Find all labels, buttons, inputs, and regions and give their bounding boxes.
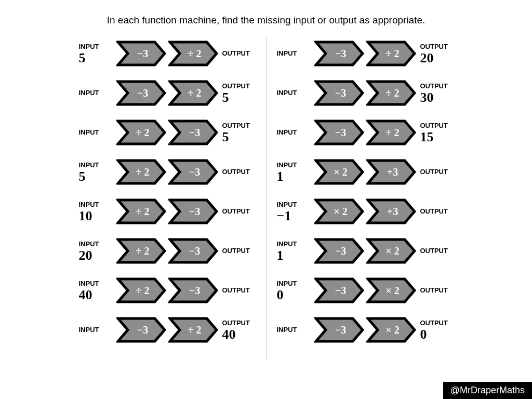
operation-arrow: × 2 (314, 198, 364, 224)
output-value: 0 (420, 328, 427, 341)
function-machine: INPUT0 −3 × 2OUTPUT (277, 274, 454, 307)
output-box: OUTPUT (416, 235, 454, 267)
worksheet-content: INPUT5 −3 ÷ 2OUTPUTINPUT −3 ÷ 2OUTPUT5IN… (0, 32, 532, 360)
output-label: OUTPUT (222, 122, 250, 129)
function-machine: INPUT −3 ÷ 2OUTPUT40 (79, 314, 256, 346)
operation-text: −3 (168, 238, 218, 264)
input-box: INPUT (277, 116, 314, 149)
input-label: INPUT (277, 161, 297, 169)
operation-arrow: ÷ 2 (116, 198, 166, 224)
operation-arrow: −3 (116, 317, 166, 343)
input-box: INPUT40 (79, 274, 116, 307)
output-value: 5 (222, 91, 229, 104)
output-box: OUTPUT0 (416, 314, 454, 346)
input-box: INPUT−1 (277, 195, 314, 228)
operation-arrow: −3 (314, 80, 364, 106)
function-machine: INPUT ÷ 2 −3OUTPUT5 (79, 116, 256, 149)
input-box: INPUT1 (277, 156, 314, 188)
left-column: INPUT5 −3 ÷ 2OUTPUTINPUT −3 ÷ 2OUTPUT5IN… (69, 32, 266, 360)
operation-text: −3 (168, 277, 218, 303)
output-label: OUTPUT (420, 168, 448, 176)
operation-arrow: ÷ 2 (116, 238, 166, 264)
operation-arrow: −3 (168, 277, 218, 303)
operation-text: ÷ 2 (116, 238, 166, 264)
operation-arrow: ÷ 2 (168, 80, 218, 106)
input-value: −1 (277, 209, 291, 223)
operation-text: ÷ 2 (366, 41, 416, 66)
operation-text: ÷ 2 (366, 80, 416, 106)
input-label: INPUT (79, 161, 99, 169)
operation-arrow: × 2 (366, 317, 416, 343)
function-machine: INPUT10 ÷ 2 −3OUTPUT (79, 195, 256, 228)
operation-text: × 2 (366, 277, 416, 303)
input-box: INPUT (79, 314, 116, 346)
operation-arrow: −3 (168, 159, 218, 185)
input-label: INPUT (79, 280, 99, 287)
function-machine: INPUT5 ÷ 2 −3OUTPUT (79, 156, 256, 188)
operation-text: −3 (116, 41, 166, 66)
input-label: INPUT (277, 280, 297, 287)
function-machine: INPUT5 −3 ÷ 2OUTPUT (79, 37, 256, 70)
input-label: INPUT (277, 128, 297, 136)
output-box: OUTPUT (218, 274, 256, 307)
input-box: INPUT20 (79, 235, 116, 267)
operation-text: −3 (116, 317, 166, 343)
operation-arrow: ÷ 2 (116, 277, 166, 303)
output-label: OUTPUT (222, 207, 250, 215)
operation-arrow: ÷ 2 (366, 80, 416, 106)
operation-text: ÷ 2 (168, 41, 218, 66)
function-machine: INPUT1 × 2 +3OUTPUT (277, 156, 454, 188)
operation-arrow: −3 (168, 238, 218, 264)
operation-text: −3 (116, 80, 166, 106)
operation-text: ÷ 2 (116, 277, 166, 303)
output-box: OUTPUT15 (416, 116, 454, 149)
output-label: OUTPUT (420, 122, 448, 129)
operations: −3 × 2 (314, 317, 416, 343)
operation-arrow: +3 (366, 159, 416, 185)
input-value: 1 (277, 170, 284, 183)
operations: −3 ÷ 2 (314, 80, 416, 106)
input-box: INPUT (277, 77, 314, 109)
operations: ÷ 2 −3 (116, 277, 218, 303)
function-machine: INPUT −3 ÷ 2OUTPUT5 (79, 77, 256, 109)
input-label: INPUT (79, 128, 99, 136)
function-machine: INPUT −3 ÷ 2OUTPUT30 (277, 77, 454, 109)
input-label: INPUT (277, 201, 297, 208)
input-box: INPUT (79, 77, 116, 109)
operation-arrow: −3 (314, 41, 364, 66)
operation-text: ÷ 2 (116, 119, 166, 145)
operation-text: −3 (314, 238, 364, 264)
output-label: OUTPUT (222, 319, 250, 327)
operations: −3 × 2 (314, 277, 416, 303)
output-value: 40 (222, 328, 236, 341)
input-box: INPUT (277, 314, 314, 346)
output-box: OUTPUT20 (416, 37, 454, 70)
operation-text: −3 (314, 277, 364, 303)
operation-text: × 2 (366, 317, 416, 343)
input-box: INPUT5 (79, 37, 116, 70)
output-box: OUTPUT (218, 37, 256, 70)
operations: −3 ÷ 2 (314, 41, 416, 66)
function-machine: INPUT20 ÷ 2 −3OUTPUT (79, 235, 256, 267)
operations: −3 ÷ 2 (116, 41, 218, 66)
operations: ÷ 2 −3 (116, 119, 218, 145)
output-box: OUTPUT (416, 195, 454, 228)
operation-text: ÷ 2 (116, 198, 166, 224)
operation-arrow: −3 (314, 317, 364, 343)
operation-arrow: ÷ 2 (168, 317, 218, 343)
output-box: OUTPUT5 (218, 116, 256, 149)
input-label: INPUT (79, 201, 99, 208)
output-value: 30 (420, 91, 434, 104)
operation-arrow: × 2 (314, 159, 364, 185)
operation-arrow: −3 (116, 41, 166, 66)
operation-arrow: −3 (116, 80, 166, 106)
operation-arrow: ÷ 2 (116, 159, 166, 185)
function-machine: INPUT −3 × 2OUTPUT0 (277, 314, 454, 346)
input-box: INPUT5 (79, 156, 116, 188)
operation-arrow: × 2 (366, 238, 416, 264)
input-label: INPUT (277, 326, 297, 334)
operations: −3 × 2 (314, 238, 416, 264)
operation-text: × 2 (314, 198, 364, 224)
page-title: In each function machine, find the missi… (0, 0, 532, 32)
output-box: OUTPUT5 (218, 77, 256, 109)
